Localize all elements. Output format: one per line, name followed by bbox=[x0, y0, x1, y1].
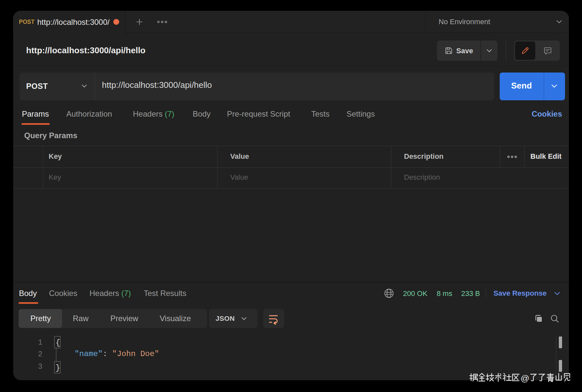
svg-text:@: @ bbox=[521, 373, 529, 383]
